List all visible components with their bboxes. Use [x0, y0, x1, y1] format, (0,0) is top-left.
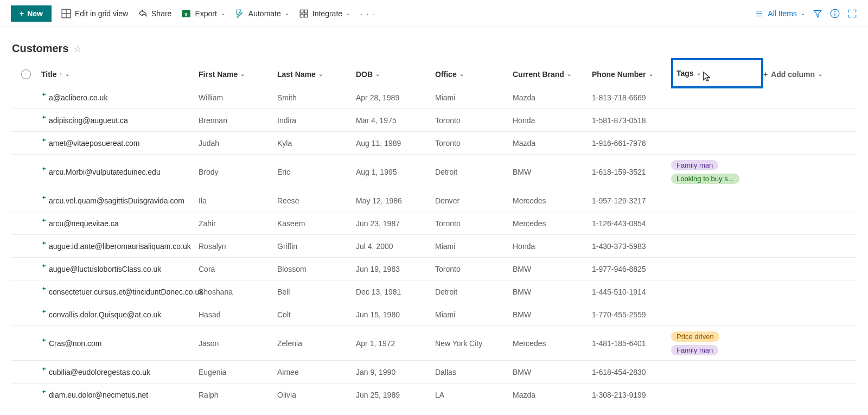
cell-first-name: Jason: [199, 339, 277, 348]
share-button[interactable]: Share: [138, 9, 171, 18]
cell-brand: Mercedes: [513, 339, 592, 348]
svg-text:x: x: [185, 11, 188, 17]
view-selector[interactable]: All Items ⌄: [754, 9, 805, 18]
cell-title-text: cubilia@eudoloregestas.co.uk: [49, 368, 150, 376]
cell-last-name: Indira: [277, 116, 356, 125]
cell-title-text: augue@luctuslobortisClass.co.uk: [49, 265, 161, 273]
header-first-name[interactable]: First Name⌄: [199, 70, 277, 79]
cell-phone: 1-957-129-3217: [592, 196, 671, 205]
cell-title[interactable]: amet@vitaeposuereat.com: [41, 139, 199, 148]
cell-first-name: Hasad: [199, 310, 277, 319]
automate-button[interactable]: Automate ⌄: [235, 9, 289, 18]
cell-title[interactable]: arcu@nequevitae.ca: [41, 219, 199, 228]
table-row[interactable]: arcu.Morbi@vulputateduinec.eduBrodyEricA…: [11, 155, 857, 189]
cell-office: Toronto: [435, 219, 513, 228]
table-row[interactable]: consectetuer.cursus.et@tinciduntDonec.co…: [11, 280, 857, 303]
cell-tags[interactable]: [671, 140, 763, 146]
cell-title[interactable]: a@aclibero.co.uk: [41, 93, 199, 102]
cell-office: Miami: [435, 93, 513, 102]
cell-tags[interactable]: [671, 117, 763, 124]
new-item-icon: [41, 240, 47, 246]
header-phone[interactable]: Phone Number⌄: [592, 70, 671, 79]
cell-tags[interactable]: [671, 220, 763, 227]
cell-tags[interactable]: [671, 369, 763, 375]
tag-pill[interactable]: Family man: [671, 345, 718, 355]
select-all-circle-icon: [21, 69, 31, 79]
filter-button[interactable]: [813, 9, 822, 18]
cell-phone: 1-430-373-5983: [592, 242, 671, 251]
cell-phone: 1-481-185-6401: [592, 339, 671, 348]
cell-first-name: Ila: [199, 196, 277, 205]
table-row[interactable]: cubilia@eudoloregestas.co.ukEugeniaAimee…: [11, 361, 857, 384]
cell-title[interactable]: Cras@non.com: [41, 339, 199, 348]
cell-office: Toronto: [435, 116, 513, 125]
cell-title[interactable]: augue.id.ante@liberomaurisaliquam.co.uk: [41, 242, 199, 251]
new-button[interactable]: + New: [11, 5, 52, 22]
cell-title[interactable]: convallis.dolor.Quisque@at.co.uk: [41, 310, 199, 319]
info-icon: [830, 9, 840, 18]
cell-first-name: Ralph: [199, 391, 277, 399]
favorite-star-icon[interactable]: ☆: [74, 43, 81, 54]
integrate-button[interactable]: Integrate ⌄: [299, 9, 350, 18]
cell-title[interactable]: consectetuer.cursus.et@tinciduntDonec.co…: [41, 288, 199, 296]
cell-tags[interactable]: [671, 289, 763, 295]
cell-tags[interactable]: [671, 266, 763, 272]
select-all-cell[interactable]: [11, 69, 41, 79]
cell-title[interactable]: arcu.vel.quam@sagittisDuisgravida.com: [41, 196, 199, 205]
table-row[interactable]: Cras@non.comJasonZeleniaApr 1, 1972New Y…: [11, 326, 857, 361]
cell-dob: Aug 1, 1995: [356, 168, 435, 176]
cell-phone: 1-126-443-0854: [592, 219, 671, 228]
cell-title[interactable]: augue@luctuslobortisClass.co.uk: [41, 265, 199, 273]
plus-icon: +: [20, 9, 24, 18]
cell-brand: Honda: [513, 116, 592, 125]
header-tags[interactable]: Tags ⌄: [671, 59, 763, 90]
header-brand[interactable]: Current Brand⌄: [513, 70, 592, 79]
cell-tags[interactable]: [671, 94, 763, 101]
chevron-down-icon: ⌄: [818, 71, 822, 77]
table-row[interactable]: convallis.dolor.Quisque@at.co.ukHasadCol…: [11, 303, 857, 326]
header-phone-label: Phone Number: [592, 70, 646, 79]
expand-button[interactable]: [847, 9, 857, 18]
tag-pill[interactable]: Price driven: [671, 331, 719, 342]
cell-title[interactable]: diam.eu.dolor@necmetus.net: [41, 391, 199, 399]
cell-tags[interactable]: [671, 243, 763, 250]
table-row[interactable]: amet@vitaeposuereat.comJudahKylaAug 11, …: [11, 132, 857, 155]
cell-title[interactable]: cubilia@eudoloregestas.co.uk: [41, 368, 199, 376]
table-row[interactable]: augue.id.ante@liberomaurisaliquam.co.ukR…: [11, 235, 857, 258]
cell-phone: 1-308-213-9199: [592, 391, 671, 399]
header-dob[interactable]: DOB⌄: [356, 70, 435, 79]
cell-title[interactable]: adipiscing@augueut.ca: [41, 116, 199, 125]
new-item-icon: [41, 166, 47, 171]
info-button[interactable]: [830, 9, 840, 18]
cell-title[interactable]: arcu.Morbi@vulputateduinec.edu: [41, 168, 199, 176]
cell-tags[interactable]: Price drivenFamily man: [671, 328, 763, 359]
table-row[interactable]: arcu.vel.quam@sagittisDuisgravida.comIla…: [11, 189, 857, 212]
header-office[interactable]: Office⌄: [435, 70, 513, 79]
cell-first-name: Zahir: [199, 219, 277, 228]
add-column-button[interactable]: + Add column ⌄: [763, 70, 828, 79]
export-button[interactable]: x Export ⌄: [181, 9, 225, 18]
cell-tags[interactable]: [671, 311, 763, 318]
cell-dob: Apr 28, 1989: [356, 93, 435, 102]
cell-title-text: adipiscing@augueut.ca: [49, 116, 128, 125]
data-grid: Title ↑ ⌄ First Name⌄ Last Name⌄ DOB⌄ Of…: [0, 62, 868, 412]
cell-tags[interactable]: Family manLooking to buy s...: [671, 157, 763, 187]
table-row[interactable]: diam.eu.dolor@necmetus.netRalphOliviaJun…: [11, 384, 857, 406]
chevron-down-icon: ⌄: [567, 71, 571, 77]
chevron-down-icon: ⌄: [346, 10, 350, 16]
header-last-name[interactable]: Last Name⌄: [277, 70, 356, 79]
edit-grid-button[interactable]: Edit in grid view: [61, 9, 128, 18]
more-button[interactable]: · · ·: [360, 9, 376, 18]
table-row[interactable]: a@aclibero.co.ukWilliamSmithApr 28, 1989…: [11, 86, 857, 109]
table-row[interactable]: adipiscing@augueut.caBrennanIndiraMar 4,…: [11, 109, 857, 132]
cell-dob: Jun 25, 1989: [356, 391, 435, 399]
new-item-icon: [41, 309, 47, 314]
cell-office: Toronto: [435, 265, 513, 273]
cell-tags[interactable]: [671, 392, 763, 398]
header-title[interactable]: Title ↑ ⌄: [41, 70, 199, 79]
tag-pill[interactable]: Looking to buy s...: [671, 174, 739, 184]
tag-pill[interactable]: Family man: [671, 160, 718, 170]
table-row[interactable]: augue@luctuslobortisClass.co.ukCoraBloss…: [11, 258, 857, 280]
table-row[interactable]: arcu@nequevitae.caZahirKaseemJun 23, 198…: [11, 212, 857, 235]
cell-tags[interactable]: [671, 197, 763, 204]
